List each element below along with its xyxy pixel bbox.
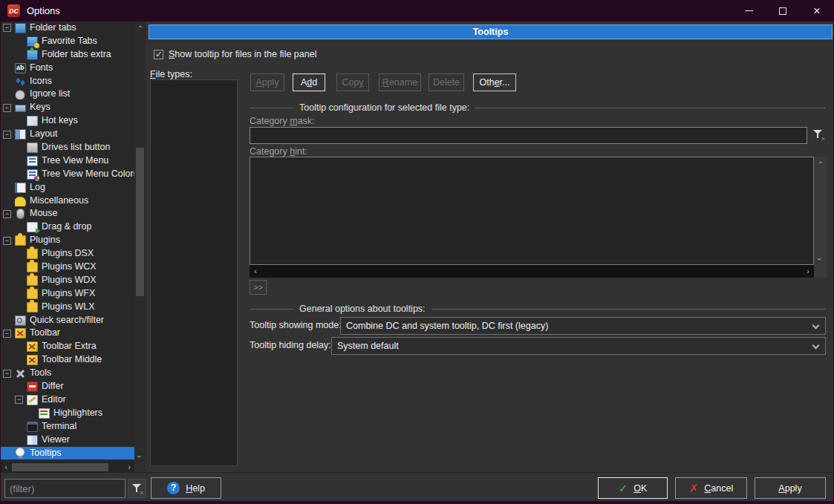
scroll-up-icon[interactable] [815, 157, 825, 168]
icons-icon [15, 76, 26, 87]
sidebar-item-quick-search-filter[interactable]: Quick search/filter [1, 314, 134, 327]
close-icon: × [813, 5, 820, 17]
tooltips-icon [15, 448, 26, 458]
sidebar-item-ignore-list[interactable]: Ignore list [1, 88, 134, 101]
hint-vertical-scrollbar[interactable] [814, 157, 827, 265]
cancel-button[interactable]: Cancel [675, 477, 747, 499]
tree-vertical-scrollbar[interactable] [134, 22, 146, 462]
maximize-button[interactable] [766, 0, 800, 22]
scroll-up-icon[interactable] [134, 22, 145, 32]
sidebar-item-log[interactable]: Log [1, 181, 134, 194]
sidebar-item-hot-keys[interactable]: Hot keys [1, 114, 134, 128]
sidebar-item-tree-view-menu[interactable]: Tree View Menu [1, 154, 134, 168]
sidebar-item-keys[interactable]: Keys [1, 101, 134, 114]
sidebar-item-label: Plugins [30, 234, 60, 247]
sidebar-item-plugins-wcx[interactable]: Plugins WCX [1, 261, 134, 274]
category-hint-textarea[interactable] [250, 157, 814, 265]
apply-filetype-button[interactable]: Apply [250, 73, 284, 91]
expand-collapse-icon[interactable] [3, 210, 11, 218]
sidebar-item-label: Drives list button [42, 141, 110, 154]
sidebar-item-plugins[interactable]: Plugins [1, 234, 134, 247]
scroll-down-icon[interactable] [815, 254, 825, 264]
sidebar-item-toolbar-extra[interactable]: Toolbar Extra [1, 340, 134, 353]
expand-collapse-icon[interactable] [3, 24, 11, 32]
sidebar-item-tools[interactable]: Tools [1, 367, 134, 380]
sidebar-item-terminal[interactable]: Terminal [1, 420, 134, 433]
footer-separator [0, 472, 834, 473]
sidebar-item-differ[interactable]: Differ [1, 380, 134, 393]
expand-collapse-icon[interactable] [3, 104, 11, 112]
show-tooltip-checkbox[interactable] [154, 50, 163, 59]
hiding-delay-select[interactable]: System default [331, 337, 826, 355]
expand-hint-button[interactable]: >> [250, 280, 267, 295]
add-filetype-button[interactable]: Add [293, 73, 325, 91]
general-group-header: General options about tooltips: [250, 304, 826, 314]
rename-filetype-button[interactable]: Rename [379, 73, 421, 91]
sidebar-item-label: Quick search/filter [30, 314, 104, 327]
sidebar-item-folder-tabs-extra[interactable]: Folder tabs extra [1, 48, 134, 62]
sidebar-item-folder-tabs[interactable]: Folder tabs [1, 22, 134, 35]
sidebar-item-plugins-dsx[interactable]: Plugins DSX [1, 247, 134, 261]
scroll-left-icon[interactable] [250, 266, 261, 276]
sidebar-item-tooltips[interactable]: Tooltips [1, 447, 134, 460]
sidebar-item-tree-view-menu-colors[interactable]: Tree View Menu Colors [1, 168, 134, 181]
tree-horizontal-scrollbar[interactable] [1, 462, 134, 473]
hint-horizontal-scrollbar[interactable] [250, 265, 814, 278]
tree-filter-button[interactable] [128, 479, 146, 498]
terminal-icon [27, 422, 38, 432]
sidebar-item-highlighters[interactable]: Highlighters [1, 407, 134, 420]
apply-button[interactable]: Apply [755, 477, 826, 499]
sidebar-item-label: Favorite Tabs [42, 35, 97, 48]
close-button[interactable]: × [800, 0, 834, 22]
delete-filetype-button[interactable]: Delete [429, 73, 464, 91]
sidebar-item-drives-list-button[interactable]: Drives list button [1, 141, 134, 154]
sidebar-item-mouse[interactable]: Mouse [1, 207, 134, 220]
show-tooltip-label[interactable]: Show tooltip for files in the file panel [169, 49, 316, 59]
toolbar-icon [27, 355, 38, 365]
tools-icon [15, 368, 26, 379]
sidebar-item-layout[interactable]: Layout [1, 128, 134, 141]
expand-collapse-icon[interactable] [3, 370, 11, 378]
tree-vscroll-thumb[interactable] [136, 148, 144, 296]
chevron-down-icon [812, 342, 820, 350]
sidebar-item-favorite-tabs[interactable]: Favorite Tabs [1, 35, 134, 48]
expand-collapse-icon[interactable] [3, 330, 11, 338]
other-filetype-button[interactable]: Other... [473, 73, 516, 91]
showing-mode-select[interactable]: Combine DC and system tooltip, DC first … [340, 317, 826, 335]
tree-filter-input[interactable] [4, 479, 126, 498]
copy-filetype-button[interactable]: Copy [336, 73, 369, 91]
sidebar-item-label: Fonts [30, 62, 53, 75]
sidebar-item-icons[interactable]: Icons [1, 75, 134, 88]
sidebar-item-fonts[interactable]: Fonts [1, 62, 134, 75]
scroll-right-icon[interactable] [803, 266, 813, 276]
scroll-right-icon[interactable] [124, 462, 134, 472]
file-types-list[interactable] [150, 79, 238, 466]
expand-collapse-icon[interactable] [15, 396, 23, 404]
sidebar-item-plugins-wlx[interactable]: Plugins WLX [1, 301, 134, 314]
sidebar-item-miscellaneous[interactable]: Miscellaneous [1, 194, 134, 208]
expand-collapse-icon[interactable] [3, 131, 11, 139]
minimize-button[interactable] [732, 0, 766, 22]
category-mask-input[interactable] [250, 127, 807, 144]
sidebar-item-label: Drag & drop [42, 220, 91, 234]
category-mask-filter-button[interactable] [811, 129, 826, 144]
sidebar-item-viewer[interactable]: Viewer [1, 433, 134, 447]
window-border-left [0, 22, 1, 504]
ok-button[interactable]: OK [598, 477, 668, 499]
scroll-left-icon[interactable] [1, 462, 11, 472]
sidebar-item-label: Highlighters [53, 407, 102, 420]
titlebar: DC Options × [0, 0, 834, 22]
sidebar-item-toolbar[interactable]: Toolbar [1, 327, 134, 340]
sidebar-item-toolbar-middle[interactable]: Toolbar Middle [1, 353, 134, 367]
help-button[interactable]: Help [151, 477, 221, 499]
toolbar-icon [15, 328, 26, 338]
tree-hscroll-thumb[interactable] [12, 463, 108, 471]
sidebar-item-plugins-wdx[interactable]: Plugins WDX [1, 274, 134, 287]
expand-collapse-icon[interactable] [3, 237, 11, 245]
sidebar-item-drag-drop[interactable]: Drag & drop [1, 220, 134, 234]
window-title: Options [27, 5, 60, 16]
sidebar-item-plugins-wfx[interactable]: Plugins WFX [1, 287, 134, 301]
mask-funnel-icon [813, 129, 824, 140]
scroll-down-icon[interactable] [134, 451, 145, 462]
sidebar-item-editor[interactable]: Editor [1, 393, 134, 407]
